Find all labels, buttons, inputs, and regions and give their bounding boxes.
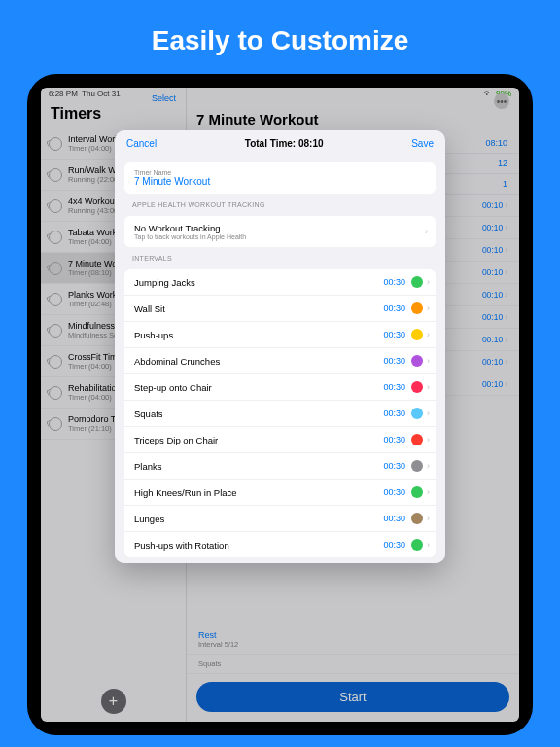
- interval-duration: 00:30: [383, 356, 405, 366]
- chevron-right-icon: ›: [427, 382, 430, 392]
- interval-duration: 00:30: [383, 540, 405, 550]
- interval-name: Abdominal Crunches: [134, 356, 383, 367]
- interval-duration: 00:30: [383, 514, 405, 523]
- timer-name-value: 7 Minute Workout: [134, 176, 426, 187]
- interval-row[interactable]: Step-up onto Chair00:30›: [124, 374, 436, 401]
- color-dot: [411, 434, 423, 445]
- chevron-right-icon: ›: [427, 330, 430, 339]
- chevron-right-icon: ›: [427, 409, 430, 418]
- interval-name: Push-ups: [134, 330, 383, 340]
- interval-row[interactable]: Push-ups00:30›: [124, 322, 436, 348]
- interval-row[interactable]: Triceps Dip on Chair00:30›: [124, 427, 436, 453]
- interval-row[interactable]: Squats00:30›: [124, 401, 436, 427]
- modal-header: Cancel Total Time: 08:10 Save: [115, 130, 445, 157]
- interval-duration: 00:30: [383, 461, 405, 471]
- color-dot: [411, 302, 423, 314]
- timer-name-row[interactable]: Timer Name 7 Minute Workout: [124, 162, 436, 194]
- interval-row[interactable]: Wall Sit00:30›: [124, 296, 436, 322]
- interval-name: Lunges: [134, 514, 383, 524]
- interval-row[interactable]: Push-ups with Rotation00:30›: [124, 532, 436, 557]
- color-dot: [411, 381, 423, 393]
- color-dot: [411, 329, 423, 340]
- tracking-title: No Workout Tracking: [134, 223, 426, 233]
- interval-duration: 00:30: [383, 277, 405, 287]
- color-dot: [411, 539, 423, 551]
- edit-timer-modal: Cancel Total Time: 08:10 Save Timer Name…: [115, 130, 445, 563]
- tablet-frame: 6:28 PM Thu Oct 31 ᯤ99% Select Timers In…: [27, 74, 533, 735]
- color-dot: [411, 276, 423, 288]
- interval-name: Jumping Jacks: [134, 277, 383, 288]
- timer-name-label: Timer Name: [134, 169, 426, 176]
- interval-row[interactable]: Jumping Jacks00:30›: [124, 269, 436, 296]
- color-dot: [411, 408, 423, 419]
- interval-row[interactable]: High Knees/Run in Place00:30›: [124, 480, 436, 506]
- section-intervals-label: INTERVALS: [115, 247, 445, 264]
- interval-row[interactable]: Abdominal Crunches00:30›: [124, 348, 436, 374]
- interval-duration: 00:30: [383, 487, 405, 497]
- interval-duration: 00:30: [383, 303, 405, 313]
- promo-title: Easily to Customize: [0, 0, 560, 74]
- intervals-group: Jumping Jacks00:30›Wall Sit00:30›Push-up…: [124, 269, 436, 557]
- color-dot: [411, 355, 423, 367]
- interval-name: High Knees/Run in Place: [134, 487, 383, 498]
- chevron-right-icon: ›: [427, 356, 430, 366]
- section-health-label: APPLE HEALTH WORKOUT TRACKING: [115, 194, 445, 210]
- interval-row[interactable]: Lunges00:30›: [124, 506, 436, 532]
- screen: 6:28 PM Thu Oct 31 ᯤ99% Select Timers In…: [41, 88, 519, 722]
- interval-name: Wall Sit: [134, 303, 383, 314]
- interval-duration: 00:30: [383, 330, 405, 339]
- interval-duration: 00:30: [383, 409, 405, 418]
- cancel-button[interactable]: Cancel: [126, 138, 157, 149]
- chevron-right-icon: ›: [427, 514, 430, 523]
- interval-duration: 00:30: [383, 382, 405, 392]
- chevron-right-icon: ›: [427, 461, 430, 471]
- chevron-right-icon: ›: [427, 435, 430, 445]
- interval-name: Planks: [134, 461, 383, 472]
- color-dot: [411, 513, 423, 524]
- chevron-right-icon: ›: [427, 277, 430, 287]
- interval-name: Squats: [134, 409, 383, 419]
- chevron-right-icon: ›: [427, 303, 430, 313]
- workout-tracking-row[interactable]: No Workout Tracking Tap to track workout…: [124, 216, 436, 247]
- tracking-sub: Tap to track workouts in Apple Health: [134, 233, 426, 240]
- color-dot: [411, 460, 423, 472]
- interval-name: Push-ups with Rotation: [134, 540, 383, 551]
- interval-duration: 00:30: [383, 435, 405, 445]
- interval-name: Step-up onto Chair: [134, 382, 383, 393]
- chevron-right-icon: ›: [425, 227, 428, 236]
- modal-title: Total Time: 08:10: [245, 138, 324, 149]
- interval-row[interactable]: Planks00:30›: [124, 453, 436, 480]
- chevron-right-icon: ›: [427, 487, 430, 497]
- chevron-right-icon: ›: [427, 540, 430, 550]
- save-button[interactable]: Save: [411, 138, 434, 149]
- interval-name: Triceps Dip on Chair: [134, 435, 383, 445]
- color-dot: [411, 486, 423, 498]
